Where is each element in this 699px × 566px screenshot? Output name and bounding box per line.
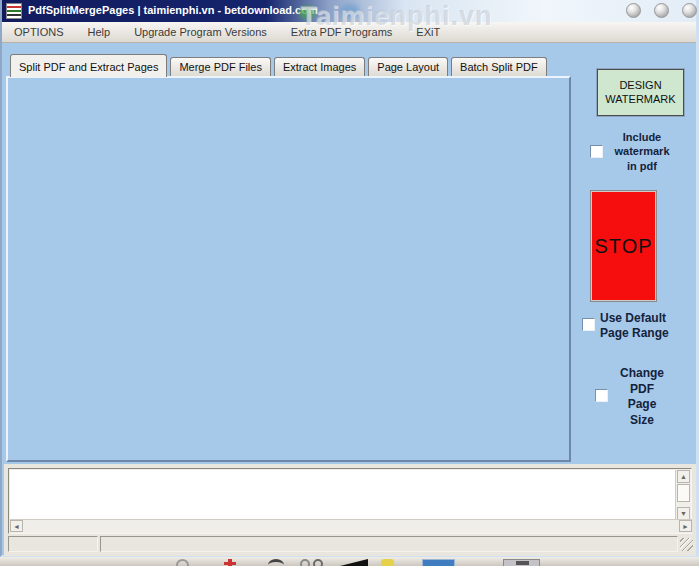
tab-extract-images[interactable]: Extract Images <box>274 57 365 77</box>
app-icon <box>6 3 22 19</box>
status-pane-left <box>8 536 98 552</box>
status-pane-right <box>100 536 678 552</box>
log-vertical-scrollbar[interactable]: ▲ ▼ <box>675 470 690 520</box>
desktop-icon-yellow-folder <box>381 559 394 566</box>
change-page-size-checkbox[interactable] <box>595 389 608 402</box>
bottom-panel: ▲ ▼ ◄ ► <box>4 464 696 556</box>
use-default-range-label: Use Default Page Range <box>600 311 669 341</box>
menu-help[interactable]: Help <box>88 26 111 38</box>
status-bar <box>6 536 694 553</box>
menu-upgrade[interactable]: Upgrade Program Versions <box>134 26 267 38</box>
stop-button[interactable]: STOP <box>590 190 657 302</box>
window-title: PdfSplitMergePages | taimienphi.vn - bet… <box>28 4 318 16</box>
desktop-icon-gray-box-detail <box>516 561 529 565</box>
desktop-icon-swirl <box>268 559 284 566</box>
desktop-icon-blue-window <box>422 559 455 566</box>
menu-exit[interactable]: EXiT <box>416 26 440 38</box>
desktop-icon-circle-1 <box>300 559 310 566</box>
tab-page-layout[interactable]: Page Layout <box>368 57 448 77</box>
desktop-peek-strip <box>0 557 699 566</box>
desktop-icon-black-wedge <box>328 559 368 566</box>
include-watermark-label: Include watermark in pdf <box>602 130 682 173</box>
menu-bar: OPTIONS Help Upgrade Program Versions Ex… <box>2 22 696 43</box>
minimize-button[interactable] <box>626 3 641 18</box>
change-page-size-label: Change PDF Page Size <box>610 366 674 428</box>
desktop-icon-circle-2 <box>313 559 323 566</box>
log-textarea[interactable] <box>10 470 676 520</box>
tab-batch-split[interactable]: Batch Split PDF <box>451 57 547 77</box>
tab-page-split <box>6 76 571 462</box>
use-default-range-checkbox[interactable] <box>582 318 595 331</box>
menu-options[interactable]: OPTIONS <box>14 26 64 38</box>
tab-split-pdf[interactable]: Split PDF and Extract Pages <box>10 54 167 77</box>
desktop-icon-red-cross-bar <box>224 562 236 565</box>
maximize-button[interactable] <box>654 3 669 18</box>
scroll-right-icon[interactable]: ► <box>679 520 692 532</box>
scroll-left-icon[interactable]: ◄ <box>10 520 23 532</box>
title-bar: PdfSplitMergePages | taimienphi.vn - bet… <box>2 0 696 22</box>
app-window: PdfSplitMergePages | taimienphi.vn - bet… <box>0 0 699 557</box>
log-horizontal-scrollbar[interactable]: ◄ ► <box>10 519 692 532</box>
close-button[interactable] <box>682 3 697 18</box>
menu-extra-pdf[interactable]: Extra PDF Programs <box>291 26 392 38</box>
tab-merge-pdf[interactable]: Merge PDF Files <box>170 57 271 77</box>
vertical-scroll-thumb[interactable] <box>677 484 690 502</box>
tab-strip: Split PDF and Extract Pages Merge PDF Fi… <box>10 54 550 77</box>
log-frame: ▲ ▼ ◄ ► <box>8 468 692 534</box>
design-watermark-button[interactable]: DESIGN WATERMARK <box>597 69 684 116</box>
desktop-icon-ring <box>176 559 189 566</box>
resize-grip-icon[interactable] <box>680 538 693 551</box>
scroll-up-icon[interactable]: ▲ <box>677 470 690 483</box>
